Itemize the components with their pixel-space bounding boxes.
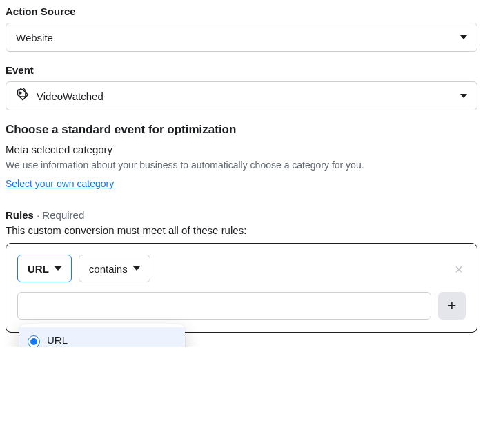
action-source-select[interactable]: Website	[6, 23, 477, 52]
rule-field-select[interactable]: URL	[17, 255, 72, 282]
event-label: Event	[6, 64, 477, 76]
add-rule-button[interactable]: +	[438, 292, 466, 320]
rule-field-dropdown: URL Filter events that match a specific …	[19, 324, 185, 347]
optimization-subheading: Meta selected category	[6, 144, 477, 155]
remove-rule-button[interactable]: ×	[455, 262, 463, 277]
event-value: VideoWatched	[37, 90, 103, 102]
select-own-category-link[interactable]: Select your own category	[6, 178, 114, 189]
optimization-description: We use information about your business t…	[6, 159, 477, 171]
caret-down-icon	[133, 266, 140, 271]
rule-field-value: URL	[28, 263, 49, 275]
svg-point-0	[20, 92, 21, 93]
rules-box: URL contains × +	[6, 243, 477, 333]
action-source-label: Action Source	[6, 6, 477, 17]
dropdown-option-url[interactable]: URL Filter events that match a specific …	[19, 327, 185, 347]
rule-operator-value: contains	[89, 263, 128, 275]
radio-checked-icon	[28, 335, 40, 347]
rules-label: Rules	[6, 209, 34, 221]
event-select[interactable]: VideoWatched	[6, 81, 477, 110]
caret-down-icon	[55, 266, 61, 271]
rule-operator-select[interactable]: contains	[79, 255, 150, 282]
action-source-value: Website	[16, 32, 53, 43]
optimization-heading: Choose a standard event for optimization	[6, 123, 477, 137]
rule-value-input[interactable]	[17, 292, 431, 320]
rules-description: This custom conversion must meet all of …	[6, 224, 477, 236]
rules-required: · Required	[34, 209, 84, 221]
caret-down-icon	[460, 94, 467, 98]
caret-down-icon	[460, 35, 467, 39]
tag-icon	[16, 88, 30, 104]
dropdown-option-title: URL	[47, 334, 177, 347]
